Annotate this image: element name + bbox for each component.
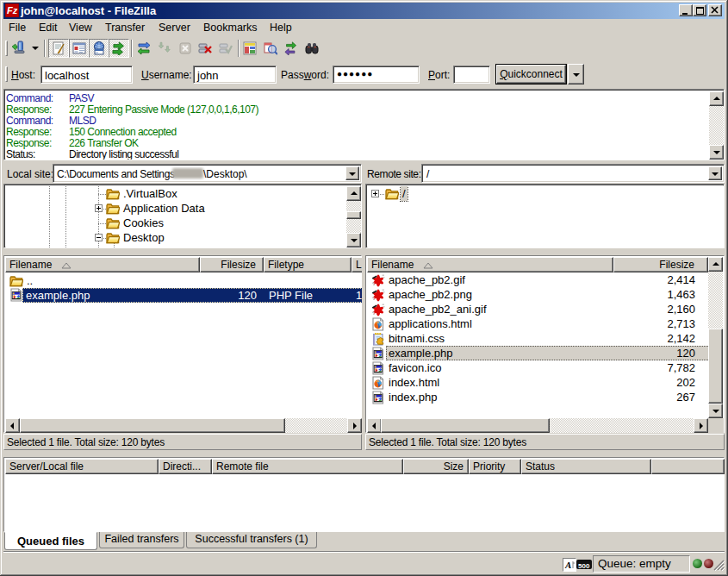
svg-text:Fz: Fz bbox=[7, 5, 18, 16]
svg-text:500: 500 bbox=[578, 562, 590, 570]
svg-text:A: A bbox=[564, 560, 571, 570]
